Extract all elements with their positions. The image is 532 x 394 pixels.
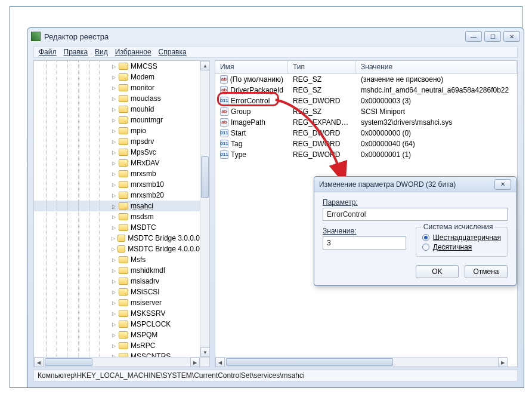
- tree-item[interactable]: mpio: [34, 125, 200, 136]
- expand-icon[interactable]: [110, 159, 117, 167]
- tree-item[interactable]: msisadrv: [34, 276, 200, 287]
- tree-item[interactable]: mpsdrv: [34, 136, 200, 147]
- tree-item[interactable]: mshidkmdf: [34, 265, 200, 276]
- tree-item[interactable]: Msfs: [34, 254, 200, 265]
- value-field[interactable]: [323, 236, 406, 250]
- tree-item[interactable]: MSPCLOCK: [34, 319, 200, 330]
- expand-icon[interactable]: [110, 170, 117, 177]
- tree-item[interactable]: mountmgr: [34, 115, 200, 125]
- ok-button[interactable]: OK: [416, 265, 459, 278]
- cancel-button[interactable]: Отмена: [465, 265, 508, 278]
- tree-item[interactable]: Modem: [34, 72, 200, 82]
- menu-file[interactable]: Файл: [39, 48, 57, 56]
- tree-item[interactable]: MSSCNTRS: [34, 351, 200, 357]
- tree-item[interactable]: mouhid: [34, 104, 200, 115]
- expand-icon[interactable]: [110, 116, 117, 124]
- tree-item[interactable]: mrxsmb20: [34, 190, 200, 201]
- expand-icon[interactable]: [110, 256, 117, 263]
- expand-icon[interactable]: [110, 63, 117, 70]
- dialog-close-button[interactable]: [494, 179, 511, 190]
- scroll-right-icon[interactable]: ▶: [498, 358, 508, 367]
- list-row[interactable]: 011TagREG_DWORD0x00000040 (64): [215, 138, 517, 149]
- tree-item[interactable]: MSKSSRV: [34, 308, 200, 319]
- radix-dec-option[interactable]: Десятичная: [422, 243, 501, 251]
- tree-item-label: MSPCLOCK: [131, 320, 171, 328]
- expand-icon[interactable]: [110, 192, 117, 199]
- tree-item[interactable]: MSDTC Bridge 3.0.0.0: [34, 233, 200, 244]
- scroll-thumb[interactable]: [201, 156, 209, 198]
- expand-icon[interactable]: [110, 321, 117, 328]
- minimize-button[interactable]: [465, 31, 482, 42]
- col-type[interactable]: Тип: [288, 61, 356, 73]
- expand-icon[interactable]: [110, 342, 117, 349]
- expand-icon[interactable]: [110, 95, 117, 102]
- tree-list[interactable]: MMCSSModemmonitormouclassmouhidmountmgrm…: [34, 61, 200, 357]
- scroll-left-icon[interactable]: ◀: [215, 358, 225, 367]
- tree-item[interactable]: MSiSCSI: [34, 287, 200, 297]
- menu-view[interactable]: Вид: [95, 48, 108, 56]
- col-name[interactable]: Имя: [215, 61, 288, 73]
- tree-item[interactable]: msiserver: [34, 297, 200, 308]
- list-row[interactable]: ab(По умолчанию)REG_SZ(значение не присв…: [215, 74, 517, 85]
- expand-icon[interactable]: [110, 149, 117, 156]
- titlebar[interactable]: Редактор реестра: [27, 28, 524, 45]
- scroll-h-thumb[interactable]: [45, 358, 92, 366]
- expand-icon[interactable]: [110, 331, 117, 338]
- scroll-down-icon[interactable]: ▼: [200, 347, 210, 357]
- tree-scrollbar-vertical[interactable]: ▲ ▼: [200, 61, 209, 357]
- tree-item[interactable]: MSPQM: [34, 330, 200, 340]
- expand-icon[interactable]: [110, 213, 117, 220]
- expand-icon[interactable]: [110, 310, 117, 317]
- expand-icon[interactable]: [110, 288, 117, 296]
- list-row[interactable]: abGroupREG_SZSCSI Miniport: [215, 106, 517, 117]
- menu-edit[interactable]: Правка: [64, 48, 88, 56]
- col-value[interactable]: Значение: [356, 61, 517, 73]
- expand-icon[interactable]: [110, 202, 117, 210]
- expand-icon[interactable]: [110, 299, 117, 306]
- menu-help[interactable]: Справка: [159, 48, 187, 56]
- expand-icon[interactable]: [110, 224, 117, 231]
- tree-item-label: MSDTC Bridge 3.0.0.0: [128, 234, 200, 242]
- tree-item[interactable]: msahci: [34, 201, 200, 211]
- tree-item[interactable]: mouclass: [34, 93, 200, 104]
- scroll-up-icon[interactable]: ▲: [200, 61, 210, 70]
- expand-icon[interactable]: [110, 73, 117, 81]
- menu-favorites[interactable]: Избранное: [115, 48, 151, 56]
- tree-item[interactable]: MpsSvc: [34, 147, 200, 158]
- tree-item[interactable]: MSDTC Bridge 4.0.0.0: [34, 244, 200, 254]
- dialog-titlebar[interactable]: Изменение параметра DWORD (32 бита): [314, 177, 516, 192]
- expand-icon[interactable]: [110, 245, 116, 253]
- scroll-left-icon[interactable]: ◀: [34, 358, 44, 367]
- expand-icon[interactable]: [110, 127, 117, 134]
- tree-item[interactable]: mrxsmb: [34, 168, 200, 179]
- expand-icon[interactable]: [110, 181, 117, 188]
- tree-item-label: MSKSSRV: [131, 309, 165, 318]
- tree-scrollbar-horizontal[interactable]: ◀ ▶: [34, 357, 200, 367]
- tree-item[interactable]: msdsm: [34, 211, 200, 222]
- list-row[interactable]: abDriverPackageIdREG_SZmshdc.inf_amd64_n…: [215, 85, 517, 96]
- tree-item[interactable]: mrxsmb10: [34, 179, 200, 190]
- close-button[interactable]: [503, 31, 520, 42]
- tree-item[interactable]: MsRPC: [34, 340, 200, 351]
- expand-icon[interactable]: [110, 138, 117, 145]
- expand-icon[interactable]: [110, 84, 117, 91]
- list-scrollbar-horizontal[interactable]: ◀ ▶: [215, 357, 508, 367]
- scroll-h-thumb[interactable]: [226, 358, 393, 366]
- expand-icon[interactable]: [110, 278, 117, 285]
- expand-icon[interactable]: [110, 353, 117, 357]
- radix-hex-option[interactable]: Шестнадцатеричная: [422, 233, 501, 242]
- expand-icon[interactable]: [110, 106, 117, 113]
- tree-item[interactable]: monitor: [34, 82, 200, 93]
- maximize-button[interactable]: [484, 31, 501, 42]
- list-row[interactable]: 011ErrorControlREG_DWORD0x00000003 (3): [215, 96, 517, 106]
- scroll-right-icon[interactable]: ▶: [190, 358, 200, 367]
- tree-item[interactable]: MSDTC: [34, 222, 200, 233]
- expand-icon[interactable]: [110, 235, 116, 242]
- list-row[interactable]: 011TypeREG_DWORD0x00000001 (1): [215, 149, 517, 160]
- list-rows[interactable]: ab(По умолчанию)REG_SZ(значение не присв…: [215, 74, 517, 160]
- list-row[interactable]: abImagePathREG_EXPAND_SZsystem32\drivers…: [215, 117, 517, 128]
- expand-icon[interactable]: [110, 267, 117, 274]
- tree-item[interactable]: MRxDAV: [34, 158, 200, 168]
- tree-item[interactable]: MMCSS: [34, 61, 200, 72]
- list-row[interactable]: 011StartREG_DWORD0x00000000 (0): [215, 128, 517, 138]
